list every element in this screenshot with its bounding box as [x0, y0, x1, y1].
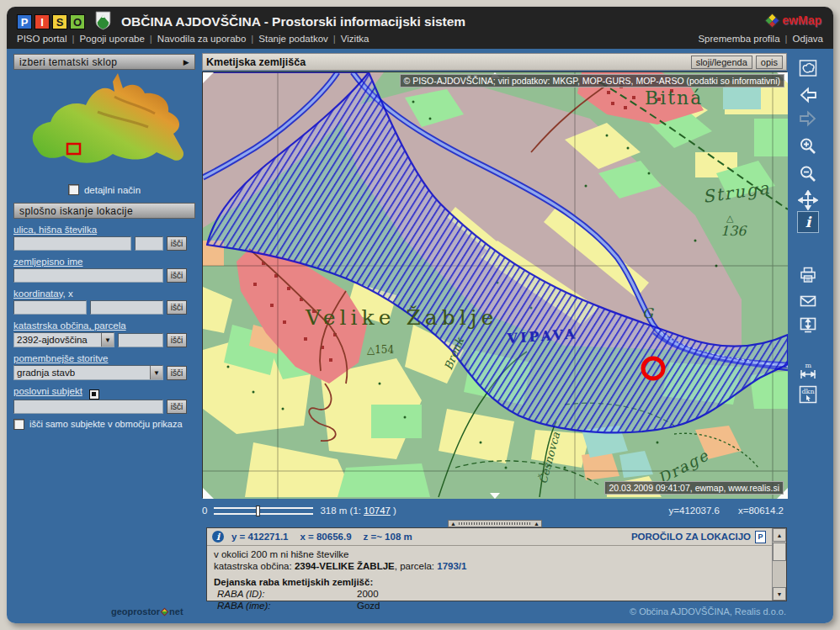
services-search-button[interactable]: išči	[167, 366, 187, 380]
theme-selector-button[interactable]: izberi tematski sklop ▶	[13, 54, 195, 70]
cadastre-search-label[interactable]: katastrska občina, parcela	[13, 320, 126, 331]
map-header: Kmetijska zemljišča sloji/legenda opis	[202, 53, 787, 71]
menu-vizitka[interactable]: Vizitka	[341, 34, 369, 47]
cadastre-select[interactable]: 2392-ajdovščina ▼	[13, 332, 114, 347]
collapse-up-icon: ▲	[450, 521, 456, 527]
piso-logo: P	[17, 14, 32, 29]
map-image: Bitná Struga △ 136 Velike Žablje △154 VI…	[203, 72, 788, 499]
app-window: P I S O OBČINA AJDOVŠČINA - Prostorski i…	[7, 7, 833, 623]
business-subject-input[interactable]	[13, 400, 163, 414]
app-body: izberi tematski sklop ▶	[7, 49, 833, 623]
scale-close: )	[393, 506, 396, 516]
measure-button[interactable]: m	[797, 360, 819, 382]
geoname-search-label[interactable]: zemljepisno ime	[13, 257, 82, 267]
ewmap-diamond-icon	[765, 13, 780, 28]
menu-sprememba-profila[interactable]: Sprememba profila	[698, 34, 779, 47]
map-theme-title: Kmetijska zemljišča	[206, 56, 306, 68]
label-struga-elev: 136	[720, 223, 747, 239]
footer-copyright: © Občina AJDOVŠČINA, Realis d.o.o.	[630, 606, 786, 617]
label-bitna: Bitná	[645, 87, 703, 109]
show-municipality-extent-button[interactable]	[797, 57, 819, 79]
municipality-crest-icon	[94, 11, 112, 34]
coordinate-search-label[interactable]: koordinata	[13, 289, 59, 299]
detail-mode-checkbox[interactable]	[68, 184, 79, 195]
dkn-cadastre-button[interactable]: dkn	[797, 384, 819, 405]
info-coord-x: x = 80656.9	[300, 532, 351, 542]
info-line-cadastre: katastrska občina: 2394-VELIKE ŽABLJE, p…	[214, 560, 766, 572]
menu-navodila[interactable]: Navodila za uporabo	[157, 34, 247, 47]
overview-terrain-map[interactable]	[13, 71, 195, 181]
subjects-in-view-checkbox[interactable]	[13, 419, 24, 430]
business-search-button[interactable]: išči	[167, 400, 187, 414]
dkn-label: dkn	[802, 388, 815, 395]
print-button[interactable]	[797, 264, 819, 286]
info-coord-y: y = 412271.1	[231, 532, 288, 542]
scroll-up-icon[interactable]: ▲	[773, 528, 786, 542]
chevron-down-icon[interactable]: ▼	[150, 366, 162, 379]
send-mail-button[interactable]	[797, 290, 819, 312]
ewmap-logo: ewMap	[767, 13, 821, 27]
services-select[interactable]: gradnja stavb ▼	[13, 365, 163, 380]
cadastre-municipality-value: 2394-VELIKE ŽABLJE	[295, 561, 395, 571]
fit-window-button[interactable]	[797, 314, 819, 336]
street-input[interactable]	[13, 236, 131, 251]
scale-ratio-link[interactable]: 10747	[364, 506, 391, 516]
street-search-label[interactable]: ulica, hišna številka	[13, 225, 97, 235]
house-number-input[interactable]	[135, 236, 163, 251]
panel-resize-handle[interactable]: ▲ ▲	[448, 520, 542, 527]
business-subject-label[interactable]: poslovni subjekt	[13, 386, 82, 396]
chevron-right-icon: ▶	[183, 58, 189, 66]
search-section-header: splošno iskanje lokacije	[13, 203, 195, 219]
geoname-search-button[interactable]: išči	[167, 268, 187, 283]
location-report-link[interactable]: POROČILO ZA LOKACIJO P	[631, 531, 766, 543]
page-title: OBČINA AJDOVŠČINA - Prostorski informaci…	[121, 14, 465, 29]
scale-slider-thumb[interactable]	[256, 506, 260, 516]
footer: geoprostornet © Občina AJDOVŠČINA, Reali…	[7, 605, 833, 620]
table-row: RABA (ID):2000	[214, 588, 766, 600]
zoom-in-button[interactable]	[797, 135, 819, 157]
menu-bar: PISO portal| Pogoji uporabe| Navodila za…	[17, 34, 823, 47]
info-line-no-house: v okolici 200 m ni hišne številke	[214, 548, 766, 560]
identify-button[interactable]: i	[797, 211, 819, 233]
cursor-coord-y: y=412037.6	[669, 506, 720, 516]
parcel-input[interactable]	[118, 333, 163, 347]
parcel-link[interactable]: 1793/1	[437, 561, 466, 571]
geoprostor-diamond-icon	[161, 607, 169, 616]
coordinate-search-button[interactable]: išči	[167, 300, 187, 315]
coordinate-x-input[interactable]	[90, 300, 163, 315]
map-canvas[interactable]: Bitná Struga △ 136 Velike Žablje △154 VI…	[202, 71, 787, 498]
sidebar: izberi tematski sklop ▶	[13, 54, 195, 430]
label-velike-elev: △154	[367, 344, 394, 356]
info-panel-scrollbar[interactable]: ▲ ▼	[772, 528, 786, 601]
layers-legend-button[interactable]: sloji/legenda	[691, 56, 752, 69]
business-subject-picker-icon[interactable]	[89, 389, 99, 400]
description-button[interactable]: opis	[756, 56, 783, 69]
subjects-in-view-label: išči samo subjekte v območju prikaza	[29, 419, 183, 429]
cadastre-search-button[interactable]: išči	[167, 333, 187, 347]
next-view-button[interactable]	[797, 108, 819, 130]
location-info-panel: i y = 412271.1 x = 80656.9 z =~ 108 m PO…	[206, 527, 787, 601]
pan-button[interactable]	[797, 189, 819, 211]
chevron-down-icon[interactable]: ▼	[101, 333, 114, 347]
menu-odjava[interactable]: Odjava	[793, 34, 823, 47]
previous-view-button[interactable]	[797, 84, 819, 106]
label-g: G	[642, 305, 654, 321]
scrollbar-thumb[interactable]	[773, 543, 786, 561]
zoom-out-button[interactable]	[797, 163, 819, 185]
map-copyright: © PISO-AJDOVŠČINA; viri podatkov: MKGP, …	[400, 74, 785, 87]
street-search-button[interactable]: išči	[167, 236, 187, 251]
menu-piso-portal[interactable]: PISO portal	[17, 34, 66, 47]
coordinate-y-input[interactable]	[13, 300, 87, 315]
collapse-up-icon: ▲	[534, 521, 540, 527]
geoname-input[interactable]	[13, 268, 163, 283]
piso-logo: S	[52, 14, 67, 29]
menu-pogoji-uporabe[interactable]: Pogoji uporabe	[79, 34, 144, 47]
scroll-down-icon[interactable]: ▼	[773, 587, 786, 601]
services-label[interactable]: pomembnejše storitve	[13, 353, 109, 363]
menu-stanje-podatkov[interactable]: Stanje podatkov	[258, 34, 327, 47]
label-velike-zablje: Velike Žablje	[305, 305, 497, 330]
land-use-section-title: Dejanska raba kmetijskih zemljišč:	[214, 576, 766, 588]
scale-text: 318 m (1:	[320, 506, 361, 516]
scale-slider[interactable]	[214, 507, 313, 515]
info-coord-z: z =~ 108 m	[364, 532, 412, 542]
